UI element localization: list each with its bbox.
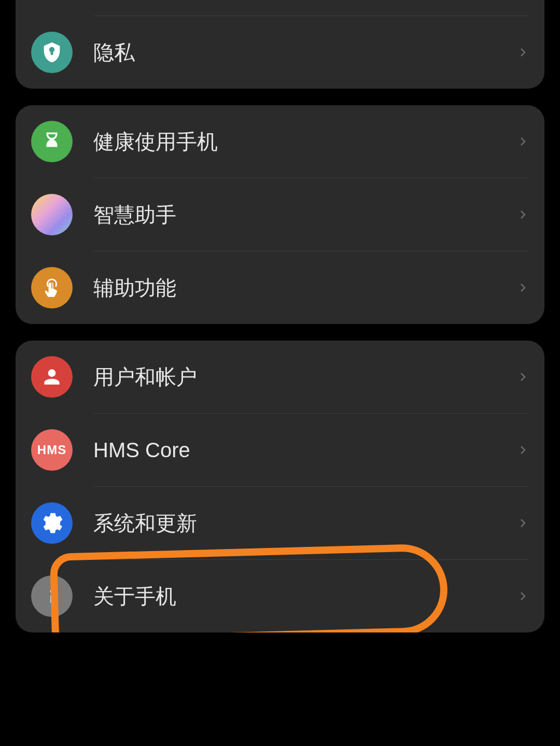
- hms-text-icon: HMS: [31, 429, 73, 471]
- settings-group-features: 健康使用手机 智慧助手 辅助功能: [16, 105, 544, 324]
- chevron-right-icon: [516, 46, 529, 59]
- chevron-right-icon: [516, 517, 529, 529]
- item-label: 用户和帐户: [93, 363, 197, 391]
- settings-item-system-update[interactable]: 系统和更新: [16, 487, 544, 559]
- wave-icon: [31, 194, 73, 235]
- chevron-right-icon: [516, 444, 529, 456]
- chevron-right-icon: [516, 208, 529, 221]
- chevron-right-icon: [516, 281, 529, 294]
- settings-item-security[interactable]: [16, 0, 544, 16]
- item-label: 隐私: [93, 38, 135, 67]
- person-icon: [31, 356, 73, 398]
- svg-point-0: [50, 590, 54, 594]
- gear-icon: [31, 502, 73, 544]
- chevron-right-icon: [516, 135, 529, 148]
- settings-group-system: 用户和帐户 HMS HMS Core 系统和更新 关于手机: [16, 341, 544, 632]
- info-icon: [31, 575, 73, 617]
- hourglass-icon: [31, 121, 73, 162]
- settings-item-users-accounts[interactable]: 用户和帐户: [16, 341, 544, 413]
- item-label: 关于手机: [93, 582, 176, 611]
- chevron-right-icon: [516, 371, 529, 383]
- settings-item-smart-assistant[interactable]: 智慧助手: [16, 178, 544, 251]
- settings-item-about-phone[interactable]: 关于手机: [16, 560, 544, 632]
- chevron-right-icon: [516, 590, 529, 602]
- item-label: 辅助功能: [93, 274, 176, 302]
- settings-item-hms-core[interactable]: HMS HMS Core: [16, 414, 544, 486]
- settings-group-security-privacy: 隐私: [16, 0, 544, 89]
- settings-item-digital-balance[interactable]: 健康使用手机: [16, 105, 544, 178]
- settings-item-privacy[interactable]: 隐私: [16, 16, 544, 89]
- item-label: 健康使用手机: [93, 128, 218, 156]
- privacy-shield-icon: [31, 32, 73, 73]
- item-label: HMS Core: [93, 439, 190, 462]
- settings-item-accessibility[interactable]: 辅助功能: [16, 251, 544, 324]
- bottom-crop: [0, 653, 560, 746]
- svg-rect-1: [50, 595, 53, 603]
- item-label: 系统和更新: [93, 509, 197, 538]
- touch-icon: [31, 267, 73, 308]
- item-label: 智慧助手: [93, 201, 176, 229]
